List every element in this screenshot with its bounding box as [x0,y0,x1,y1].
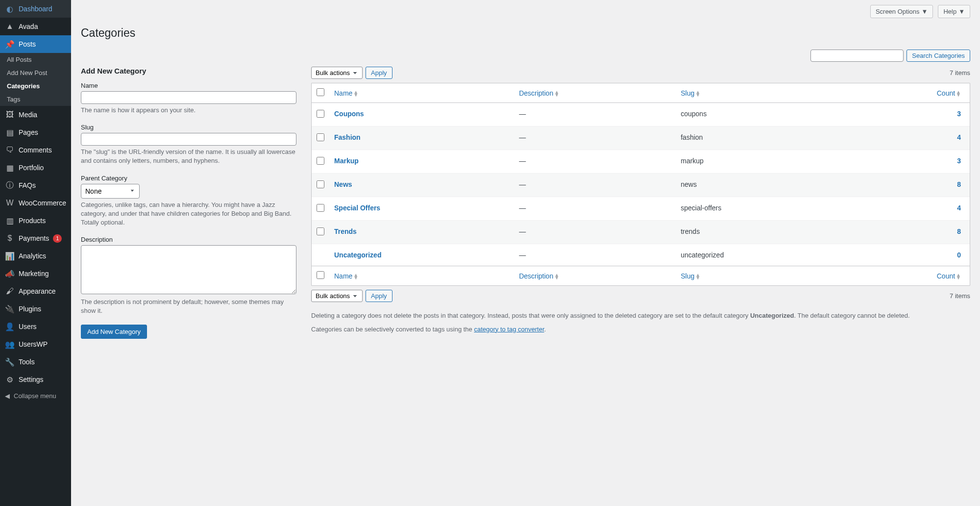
plugins-icon: 🔌 [5,304,15,314]
sidebar-item-products[interactable]: ▥Products [0,212,71,229]
sidebar-item-analytics[interactable]: 📊Analytics [0,247,71,265]
form-title: Add New Category [81,67,296,75]
category-to-tag-link[interactable]: category to tag converter [474,326,544,333]
help-button[interactable]: Help ▼ [938,5,970,18]
col-count[interactable]: Count▲▼ [847,266,970,285]
col-name[interactable]: Name▲▼ [329,83,514,103]
row-name-link[interactable]: Fashion [334,133,361,141]
row-description: — [514,244,676,266]
sidebar-item-label: Marketing [19,270,49,278]
sort-icon: ▲▼ [695,91,700,97]
search-categories-button[interactable]: Search Categories [906,50,970,62]
sidebar-item-faqs[interactable]: ⓘFAQs [0,177,71,194]
sidebar-item-settings[interactable]: ⚙Settings [0,371,71,388]
col-slug[interactable]: Slug▲▼ [676,266,847,285]
col-name[interactable]: Name▲▼ [329,266,514,285]
apply-button-top[interactable]: Apply [366,67,392,79]
row-name-link[interactable]: News [334,180,352,188]
apply-button-bottom[interactable]: Apply [366,290,392,302]
col-description[interactable]: Description▲▼ [514,266,676,285]
screen-options-button[interactable]: Screen Options ▼ [870,5,933,18]
row-name-link[interactable]: Markup [334,157,359,165]
sidebar-item-plugins[interactable]: 🔌Plugins [0,300,71,318]
sidebar-item-label: Appearance [19,287,56,295]
submenu-item-all-posts[interactable]: All Posts [0,53,71,66]
portfolio-icon: ▦ [5,163,15,173]
sidebar-item-pages[interactable]: ▤Pages [0,124,71,141]
row-checkbox[interactable] [317,133,324,141]
sidebar-item-payments[interactable]: $Payments1 [0,229,71,247]
row-description: — [514,126,676,150]
row-count-link[interactable]: 3 [957,110,961,118]
row-slug: trends [676,221,847,244]
sidebar-item-woocommerce[interactable]: WWooCommerce [0,194,71,212]
sidebar-item-posts[interactable]: 📌Posts [0,35,71,53]
row-checkbox[interactable] [317,228,324,235]
col-description[interactable]: Description▲▼ [514,83,676,103]
row-count-link[interactable]: 4 [957,133,961,141]
row-count-link[interactable]: 8 [957,180,961,188]
row-name-link[interactable]: Coupons [334,110,364,118]
row-count-link[interactable]: 0 [957,251,961,259]
appearance-icon: 🖌 [5,286,15,296]
row-count-link[interactable]: 8 [957,228,961,235]
sidebar-item-media[interactable]: 🖾Media [0,106,71,124]
submenu-item-add-new-post[interactable]: Add New Post [0,66,71,79]
row-checkbox[interactable] [317,110,324,118]
sidebar-item-label: Settings [19,376,44,383]
sidebar-item-comments[interactable]: 🗨Comments [0,141,71,159]
parent-select[interactable]: None [81,184,140,199]
sidebar-item-tools[interactable]: 🔧Tools [0,353,71,371]
row-name-link[interactable]: Uncategorized [334,251,381,259]
sort-icon: ▲▼ [956,274,961,279]
bulk-actions-select-bottom[interactable]: Bulk actions [311,290,363,302]
payments-icon: $ [5,233,15,243]
sidebar-item-label: FAQs [19,181,36,189]
row-name-link[interactable]: Trends [334,228,357,235]
col-count[interactable]: Count▲▼ [847,83,970,103]
row-checkbox[interactable] [317,180,324,188]
sidebar-item-userswp[interactable]: 👥UsersWP [0,335,71,353]
sort-icon: ▲▼ [554,274,559,279]
row-name-link[interactable]: Special Offers [334,204,380,212]
sidebar-item-label: Avada [19,23,38,30]
row-description: — [514,197,676,221]
row-slug: uncategorized [676,244,847,266]
row-count-link[interactable]: 4 [957,204,961,212]
analytics-icon: 📊 [5,251,15,261]
select-all-top[interactable] [317,88,324,96]
add-category-button[interactable]: Add New Category [81,325,147,339]
main-content: Screen Options ▼ Help ▼ Categories Searc… [71,0,980,506]
row-slug: news [676,174,847,197]
row-description: — [514,221,676,244]
caret-down-icon: ▼ [958,8,965,15]
sidebar-item-label: Plugins [19,305,41,313]
row-checkbox[interactable] [317,157,324,165]
submenu-item-tags[interactable]: Tags [0,93,71,106]
collapse-menu[interactable]: ◀Collapse menu [0,388,71,404]
row-count-link[interactable]: 3 [957,157,961,165]
bulk-actions-select-top[interactable]: Bulk actions [311,67,363,79]
table-row: News—news8 [312,174,970,197]
userswp-icon: 👥 [5,339,15,349]
sidebar-item-avada[interactable]: ▲Avada [0,18,71,35]
name-input[interactable] [81,91,296,104]
search-input[interactable] [810,50,904,62]
sidebar-item-dashboard[interactable]: ◐Dashboard [0,0,71,18]
sidebar-item-label: Posts [19,40,36,48]
select-all-bottom[interactable] [317,271,324,279]
slug-input[interactable] [81,133,296,146]
row-slug: special-offers [676,197,847,221]
sidebar-item-portfolio[interactable]: ▦Portfolio [0,159,71,177]
sidebar-item-appearance[interactable]: 🖌Appearance [0,282,71,300]
sidebar-item-marketing[interactable]: 📣Marketing [0,265,71,282]
badge: 1 [53,234,62,243]
table-row: Fashion—fashion4 [312,126,970,150]
description-textarea[interactable] [81,245,296,294]
submenu-item-categories[interactable]: Categories [0,79,71,93]
table-row: Special Offers—special-offers4 [312,197,970,221]
sidebar-item-users[interactable]: 👤Users [0,318,71,335]
col-slug[interactable]: Slug▲▼ [676,83,847,103]
dashboard-icon: ◐ [5,4,15,14]
row-checkbox[interactable] [317,204,324,212]
